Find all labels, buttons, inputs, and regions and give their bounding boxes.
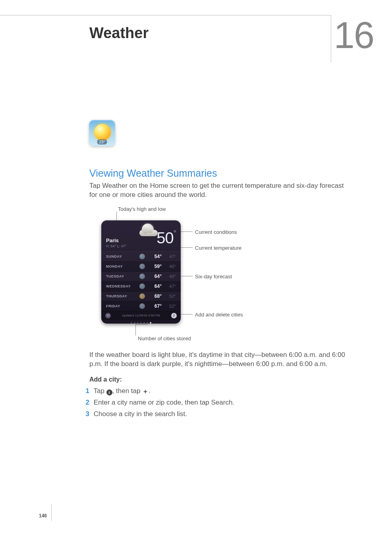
callout-today-high-low: Today's high and low	[118, 206, 166, 212]
steps-list: 1 Tap i, then tap ＋. 2 Enter a city name…	[89, 386, 348, 420]
chapter-title: Weather	[89, 25, 149, 42]
info-icon[interactable]: i	[171, 313, 177, 318]
leader-line	[135, 324, 148, 325]
page-dot[interactable]	[147, 322, 148, 324]
rule-vertical	[331, 15, 331, 63]
step-1-text-b: , then tap	[112, 387, 143, 395]
rain-icon	[139, 264, 145, 269]
callout-current-temperature: Current temperature	[195, 245, 241, 251]
forecast-high: 59°	[150, 264, 162, 269]
rule-side	[51, 504, 52, 521]
icon-temperature-badge: 23°	[97, 139, 107, 145]
step-number: 1	[81, 386, 89, 397]
forecast-low: 52°	[166, 294, 176, 299]
sun-icon	[94, 124, 111, 141]
city-name: Paris	[106, 237, 119, 243]
forecast-row: TUESDAY64°46°	[101, 272, 181, 281]
page-dot[interactable]	[137, 322, 139, 324]
callout-current-conditions: Current conditions	[195, 229, 237, 235]
forecast-row: WEDNESDAY64°47°	[101, 281, 181, 291]
forecast-list: SUNDAY54°47°MONDAY59°46°TUESDAY64°46°WED…	[101, 251, 181, 311]
forecast-high: 68°	[150, 293, 162, 299]
yahoo-icon[interactable]: Y!	[105, 313, 111, 318]
page-dot[interactable]	[143, 322, 145, 324]
forecast-day: WEDNESDAY	[106, 284, 135, 288]
widget-header: Paris H: 54° L: 47° 50°	[101, 220, 181, 251]
section-intro: Tap Weather on the Home screen to get th…	[89, 181, 348, 200]
forecast-day: MONDAY	[106, 264, 135, 268]
annotated-figure: Today's high and low Current conditions …	[89, 206, 312, 349]
step-number: 3	[81, 409, 89, 420]
rain-icon	[139, 303, 145, 309]
step-1-text-c: .	[149, 387, 151, 395]
page-indicator[interactable]	[101, 320, 181, 324]
add-a-city-heading: Add a city:	[89, 376, 348, 383]
page-number: 146	[39, 513, 47, 519]
callout-six-day-forecast: Six-day forecast	[195, 274, 232, 280]
current-temperature: 50°	[156, 229, 176, 247]
plus-icon: ＋	[142, 388, 149, 395]
forecast-row: THURSDAY68°52°	[101, 291, 181, 301]
rule-horizontal	[0, 15, 331, 15]
step-1: 1 Tap i, then tap ＋.	[81, 386, 348, 397]
rain-icon	[139, 254, 145, 259]
step-3: 3 Choose a city in the search list.	[81, 409, 348, 420]
info-icon: i	[106, 389, 112, 395]
forecast-day: TUESDAY	[106, 274, 135, 278]
forecast-high: 67°	[150, 303, 162, 309]
leader-line	[180, 314, 193, 314]
leader-line	[180, 276, 193, 276]
forecast-row: MONDAY59°46°	[101, 262, 181, 272]
step-2-text: Enter a city name or zip code, then tap …	[94, 399, 234, 406]
callout-number-of-cities: Number of cities stored	[138, 335, 191, 341]
page-dot[interactable]	[134, 322, 135, 324]
step-number: 2	[81, 397, 89, 409]
updated-timestamp: Updated 11/28/10 4:50 PM	[122, 314, 160, 317]
step-1-text-a: Tap	[93, 387, 106, 395]
forecast-low: 46°	[166, 274, 176, 279]
forecast-day: THURSDAY	[106, 294, 135, 298]
daytime-nighttime-note: If the weather board is light blue, it's…	[89, 351, 348, 369]
widget-footer: Y! Updated 11/28/10 4:50 PM i	[101, 311, 181, 320]
forecast-row: FRIDAY67°52°	[101, 301, 181, 311]
page-dot[interactable]	[131, 322, 132, 324]
rain-icon	[139, 274, 145, 279]
section-heading: Viewing Weather Summaries	[89, 168, 348, 179]
leader-line	[135, 324, 136, 335]
forecast-low: 47°	[166, 284, 176, 289]
forecast-high: 64°	[150, 274, 162, 279]
today-high-low: H: 54° L: 47°	[106, 244, 126, 248]
weather-app-icon: 23°	[89, 120, 115, 146]
step-3-text: Choose a city in the search list.	[94, 410, 187, 418]
forecast-day: FRIDAY	[106, 304, 135, 308]
forecast-day: SUNDAY	[106, 255, 135, 258]
cloud-icon	[139, 230, 158, 236]
forecast-low: 52°	[166, 304, 176, 308]
chapter-number: 16	[334, 14, 374, 57]
forecast-low: 47°	[166, 254, 176, 259]
degree-symbol: °	[174, 229, 176, 237]
page-dot[interactable]	[150, 322, 151, 324]
page-dot[interactable]	[140, 322, 142, 324]
forecast-high: 64°	[150, 283, 162, 289]
forecast-high: 54°	[150, 254, 162, 259]
callout-add-delete-cities: Add and delete cities	[195, 312, 243, 318]
forecast-low: 46°	[166, 264, 176, 269]
step-2: 2 Enter a city name or zip code, then ta…	[81, 397, 348, 409]
sun-icon	[139, 293, 145, 299]
weather-widget: Paris H: 54° L: 47° 50° SUNDAY54°47°MOND…	[101, 220, 181, 324]
current-temperature-value: 50	[156, 229, 174, 247]
forecast-row: SUNDAY54°47°	[101, 252, 181, 262]
rain-icon	[139, 283, 145, 289]
